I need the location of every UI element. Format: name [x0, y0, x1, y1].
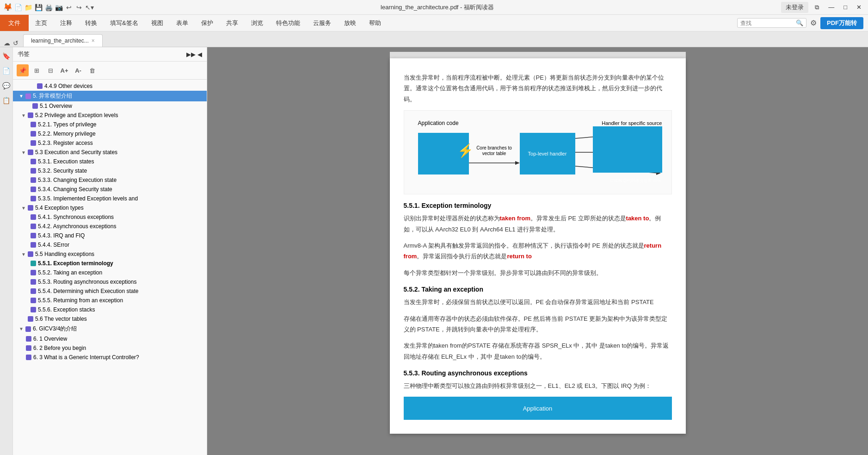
- menu-convert[interactable]: 转换: [79, 15, 104, 31]
- maximize-button[interactable]: □: [841, 3, 850, 12]
- item-label: 5.4.1. Synchronous exceptions: [38, 214, 114, 220]
- tab-close-button[interactable]: ×: [92, 37, 95, 44]
- tree-item-5-2-3[interactable]: 5.2.3. Register access: [13, 138, 207, 148]
- close-button[interactable]: ✕: [854, 3, 864, 12]
- menu-present[interactable]: 放映: [338, 15, 363, 31]
- menu-view[interactable]: 视图: [145, 15, 170, 31]
- item-label: 5.6 The vector tables: [35, 316, 87, 322]
- tree-item-4-4-9[interactable]: 4.4.9 Other devices: [13, 81, 207, 91]
- collapse-tool-btn[interactable]: ⊟: [44, 64, 56, 76]
- menu-protect[interactable]: 保护: [195, 15, 220, 31]
- item-bullet: [31, 288, 36, 294]
- intro-paragraph: 当发生异常时，当前程序流程被中断。处理元素（PE）将更新当前状态并分支到向量表中…: [404, 72, 672, 105]
- tree-item-6-1[interactable]: 6. 1 Overview: [13, 334, 207, 343]
- para-exception-level: 每个异常类型都针对一个异常级别。异步异常可以路由到不同的异常级别。: [404, 268, 672, 278]
- document-tab[interactable]: learning_the_architec... ×: [23, 34, 103, 47]
- undo-icon[interactable]: ↩: [65, 3, 73, 12]
- tree-item-5-1[interactable]: 5.1 Overview: [13, 101, 207, 111]
- font-decrease-btn[interactable]: A-: [72, 64, 84, 76]
- tree-item-5-5-6[interactable]: 5.5.6. Exception stacks: [13, 305, 207, 314]
- section-553-text: 三种物理中断类型可以独立路由到特权异常级别之一，EL1、EL2 或 EL3。下图…: [404, 380, 672, 391]
- menu-fill-sign[interactable]: 填写&签名: [104, 15, 145, 31]
- tree-item-5-5[interactable]: ▼ 5.5 Handling exceptions: [13, 249, 207, 259]
- tree-item-6[interactable]: ▼ 6. GICV3/4的介绍: [13, 324, 207, 334]
- intro-text: 当发生异常时，当前程序流程被中断。处理元素（PE）将更新当前状态并分支到向量表中…: [404, 72, 672, 105]
- save-icon[interactable]: 💾: [34, 3, 43, 12]
- sidebar-collapse-icon[interactable]: ◀: [197, 51, 202, 58]
- tree-item-5-5-3[interactable]: 5.5.3. Routing asynchronous exceptions: [13, 277, 207, 287]
- content-area[interactable]: 当发生异常时，当前程序流程被中断。处理元素（PE）将更新当前状态并分支到向量表中…: [207, 47, 868, 455]
- tree-item-6-3[interactable]: 6. 3 What is a Generic Interrupt Control…: [13, 353, 207, 362]
- top-level-handler-box: Top-level handler: [520, 133, 575, 175]
- cursor-icon[interactable]: ↖▾: [85, 3, 93, 12]
- section-551-text: 识别出异常时处理器所处的状态称为taken from。异常发生后 PE 立即所处…: [404, 213, 672, 278]
- tree-item-5-2-2[interactable]: 5.2.2. Memory privilege: [13, 129, 207, 138]
- minimize-button[interactable]: —: [825, 3, 837, 12]
- return-to-text: return to: [507, 253, 531, 260]
- item-bullet: [28, 150, 33, 155]
- menu-form[interactable]: 表单: [170, 15, 195, 31]
- menu-annotate[interactable]: 注释: [54, 15, 79, 31]
- tree-item-5[interactable]: ▼ 5. 异常模型介绍: [13, 91, 207, 101]
- bookmark-tool-btn[interactable]: 📌: [17, 64, 29, 76]
- pdf-convert-button[interactable]: PDF万能转: [820, 17, 863, 29]
- item-bullet: [26, 355, 31, 360]
- sidebar-expand-icon[interactable]: ▶▶: [186, 51, 196, 58]
- arrow-icon: ▼: [19, 93, 25, 99]
- title-bar: 🦊 📄 📁 💾 🖨️ 📷 ↩ ↪ ↖▾ learning_the_archite…: [0, 0, 868, 15]
- tree-item-5-4-1[interactable]: 5.4.1. Synchronous exceptions: [13, 212, 207, 222]
- menu-home[interactable]: 主页: [29, 15, 54, 31]
- bookmark-icon-btn[interactable]: 🔖: [1, 51, 12, 61]
- tree-view[interactable]: 4.4.9 Other devices ▼ 5. 异常模型介绍 5.1 Over…: [13, 80, 207, 455]
- tab-bar: ☁ ↺ learning_the_architec... ×: [0, 31, 868, 47]
- restore-button[interactable]: ⧉: [812, 3, 822, 12]
- search-icon[interactable]: 🔍: [796, 19, 803, 26]
- new-icon[interactable]: 📄: [14, 3, 22, 12]
- tree-item-5-2[interactable]: ▼ 5.2 Privilege and Exception levels: [13, 111, 207, 120]
- menu-cloud[interactable]: 云服务: [307, 15, 338, 31]
- branch-label: Core branches tovector table: [476, 145, 512, 156]
- tree-item-5-4-2[interactable]: 5.4.2. Asynchronous exceptions: [13, 222, 207, 231]
- menu-help[interactable]: 帮助: [363, 15, 388, 31]
- tree-item-5-3-4[interactable]: 5.3.4. Changing Security state: [13, 185, 207, 194]
- page-thumb-icon-btn[interactable]: 📄: [1, 66, 12, 76]
- search-input[interactable]: [740, 20, 796, 26]
- para-taken-from: 识别出异常时处理器所处的状态称为taken from。异常发生后 PE 立即所处…: [404, 213, 672, 235]
- item-bullet: [28, 205, 33, 211]
- tree-item-5-4-3[interactable]: 5.4.3. IRQ and FIQ: [13, 231, 207, 240]
- tree-item-5-3[interactable]: ▼ 5.3 Execution and Security states: [13, 148, 207, 157]
- search-box[interactable]: 🔍: [737, 18, 806, 28]
- comment-icon-btn[interactable]: 💬: [1, 81, 12, 91]
- sidebar-title: 书签: [18, 50, 30, 58]
- menu-file[interactable]: 文件: [0, 15, 29, 31]
- tree-item-5-3-2[interactable]: 5.3.2. Security state: [13, 166, 207, 175]
- redo-icon[interactable]: ↪: [75, 3, 83, 12]
- print-icon[interactable]: 🖨️: [44, 3, 53, 12]
- refresh-icon[interactable]: ↺: [13, 39, 18, 47]
- tree-item-5-3-5[interactable]: 5.3.5. Implemented Exception levels and: [13, 194, 207, 203]
- open-icon[interactable]: 📁: [24, 3, 32, 12]
- tree-item-5-5-4[interactable]: 5.5.4. Determining which Execution state: [13, 287, 207, 296]
- menu-features[interactable]: 特色功能: [270, 15, 307, 31]
- tree-item-5-6[interactable]: 5.6 The vector tables: [13, 314, 207, 324]
- font-increase-btn[interactable]: A+: [58, 64, 70, 76]
- menu-browse[interactable]: 浏览: [245, 15, 270, 31]
- tree-item-5-4[interactable]: ▼ 5.4 Exception types: [13, 203, 207, 212]
- tree-item-5-3-1[interactable]: 5.3.1. Execution states: [13, 157, 207, 166]
- tree-item-5-4-4[interactable]: 5.4.4. SError: [13, 240, 207, 249]
- delete-bookmark-btn[interactable]: 🗑: [86, 64, 98, 76]
- menu-share[interactable]: 共享: [220, 15, 245, 31]
- tree-item-5-5-2[interactable]: 5.5.2. Taking an exception: [13, 268, 207, 277]
- item-bullet: [31, 122, 36, 127]
- scan-icon[interactable]: 📷: [55, 3, 63, 12]
- tree-item-5-2-1[interactable]: 5.2.1. Types of privilege: [13, 120, 207, 129]
- layer-icon-btn[interactable]: 📋: [1, 95, 12, 106]
- settings-icon[interactable]: ⚙: [810, 19, 817, 27]
- item-label: 6. 2 Before you begin: [33, 345, 86, 351]
- tree-item-5-3-3[interactable]: 5.3.3. Changing Execution state: [13, 175, 207, 185]
- tree-item-5-5-1[interactable]: 5.5.1. Exception terminology: [13, 259, 207, 268]
- tree-item-6-2[interactable]: 6. 2 Before you begin: [13, 343, 207, 353]
- tree-item-5-5-5[interactable]: 5.5.5. Returning from an exception: [13, 296, 207, 305]
- expand-tool-btn[interactable]: ⊞: [31, 64, 43, 76]
- login-button[interactable]: 未登录: [781, 2, 808, 13]
